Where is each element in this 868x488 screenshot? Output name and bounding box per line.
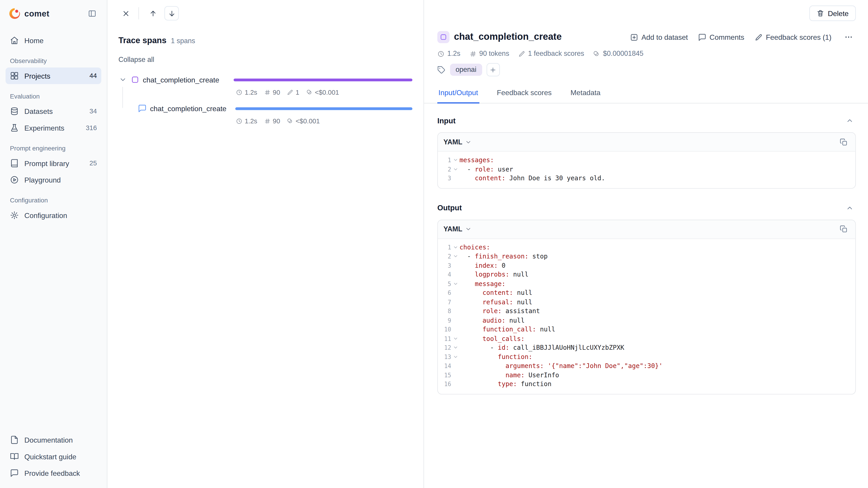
code-line: 16 type: function xyxy=(440,380,851,389)
input-section: Input YAML 1messages:2 - role: user3 con… xyxy=(437,115,856,188)
tag-list: openai xyxy=(450,64,482,76)
llm-span-icon xyxy=(437,31,450,43)
coins-icon xyxy=(306,89,313,96)
sidebar-item-home[interactable]: Home xyxy=(5,32,101,48)
meta-text: $0.00001845 xyxy=(603,50,644,57)
trash-icon xyxy=(817,9,825,17)
metric-text: <$0.001 xyxy=(296,117,320,125)
add-tag-button[interactable] xyxy=(487,63,500,76)
line-number: 3 xyxy=(440,175,451,182)
tab-feedback-scores[interactable]: Feedback scores xyxy=(496,83,553,103)
sidebar-item-prompt-library[interactable]: Prompt library25 xyxy=(5,155,101,171)
brand[interactable]: comet xyxy=(9,7,49,19)
fold-toggle-icon[interactable] xyxy=(451,157,460,163)
sidebar-footer-item-quickstart-guide[interactable]: Quickstart guide xyxy=(5,448,101,465)
fold-toggle-icon[interactable] xyxy=(451,354,460,359)
code-text: message: xyxy=(460,280,505,288)
code-text: messages: xyxy=(460,156,494,164)
span-duration-bar[interactable] xyxy=(234,78,412,81)
span-metric-coins: <$0.001 xyxy=(287,117,320,125)
code-line: 14 arguments: '{"name":"John Doe","age":… xyxy=(440,361,851,370)
span-duration-bar[interactable] xyxy=(235,107,412,110)
tab-input-output[interactable]: Input/Output xyxy=(437,83,479,103)
copy-output-button[interactable] xyxy=(837,223,850,235)
line-number: 6 xyxy=(440,289,451,296)
metric-text: 1 xyxy=(296,89,299,96)
feedback-scores-label: Feedback scores (1) xyxy=(766,33,831,41)
sidebar-item-count: 44 xyxy=(90,72,97,79)
line-number: 8 xyxy=(440,308,451,314)
code-text: content: John Doe is 30 years old. xyxy=(460,174,605,182)
sidebar-item-experiments[interactable]: Experiments316 xyxy=(5,120,101,136)
collapse-input-button[interactable] xyxy=(844,115,856,127)
code-text: function: xyxy=(460,353,532,361)
span-metric-hash: 90 xyxy=(264,89,280,96)
detail-body[interactable]: Input YAML 1messages:2 - role: user3 con… xyxy=(424,103,868,488)
collapse-output-button[interactable] xyxy=(844,202,856,214)
code-line: 7 refusal: null xyxy=(440,297,851,306)
line-number: 7 xyxy=(440,299,451,305)
hash-icon xyxy=(469,50,476,57)
code-text: tool_calls: xyxy=(460,335,525,342)
app-root: comet HomeObservabilityProjects44Evaluat… xyxy=(0,0,868,488)
line-number: 14 xyxy=(440,363,451,369)
fold-toggle-icon[interactable] xyxy=(451,245,460,250)
feedback-scores-button[interactable]: Feedback scores (1) xyxy=(754,33,832,41)
nav-group-label: Prompt engineering xyxy=(10,145,97,152)
span-metrics: 1.2s90<$0.001 xyxy=(236,116,412,127)
comet-logo-icon xyxy=(9,7,20,19)
close-button[interactable] xyxy=(119,6,133,21)
span-name-area: chat_completion_create xyxy=(119,104,234,113)
sidebar-header: comet xyxy=(5,0,101,27)
code-line: 13 function: xyxy=(440,352,851,361)
trace-detail-panel: Delete chat_completion_create Add to dat… xyxy=(424,0,868,488)
add-to-dataset-button[interactable]: Add to dataset xyxy=(630,33,688,41)
output-format-select[interactable]: YAML xyxy=(443,225,472,233)
fold-toggle-icon[interactable] xyxy=(451,345,460,350)
tag-chip[interactable]: openai xyxy=(450,64,482,76)
sidebar-item-label: Documentation xyxy=(24,436,73,444)
code-line: 1messages: xyxy=(440,156,851,164)
detail-toolbar: Delete xyxy=(424,0,868,27)
more-actions-button[interactable] xyxy=(841,30,856,44)
fold-toggle-icon[interactable] xyxy=(451,166,460,172)
sidebar-item-datasets[interactable]: Datasets34 xyxy=(5,103,101,120)
output-code-card-header: YAML xyxy=(438,220,855,238)
next-trace-button[interactable] xyxy=(164,6,179,21)
input-code: 1messages:2 - role: user3 content: John … xyxy=(438,152,855,188)
input-format-select[interactable]: YAML xyxy=(443,138,472,146)
sidebar-item-projects[interactable]: Projects44 xyxy=(5,68,101,84)
tab-metadata[interactable]: Metadata xyxy=(569,83,602,103)
line-number: 12 xyxy=(440,344,451,351)
span-row[interactable]: chat_completion_create xyxy=(119,101,412,116)
previous-trace-button[interactable] xyxy=(146,6,160,21)
fold-toggle-icon[interactable] xyxy=(451,254,460,259)
sidebar-footer-item-provide-feedback[interactable]: Provide feedback xyxy=(5,465,101,481)
nav-group-label: Configuration xyxy=(10,197,97,203)
fold-toggle-icon[interactable] xyxy=(451,281,460,286)
line-number: 2 xyxy=(440,253,451,260)
collapse-all-button[interactable]: Collapse all xyxy=(119,56,154,64)
fold-toggle-icon[interactable] xyxy=(451,336,460,341)
input-code-card-header: YAML xyxy=(438,133,855,152)
code-text: content: null xyxy=(460,289,532,297)
comments-button[interactable]: Comments xyxy=(698,33,744,41)
sidebar-item-count: 25 xyxy=(90,159,97,167)
sidebar-item-configuration[interactable]: Configuration xyxy=(5,207,101,223)
code-line: 9 audio: null xyxy=(440,316,851,325)
output-section: Output YAML 1choices:2 - finish_reason: … xyxy=(437,202,856,394)
comments-label: Comments xyxy=(710,33,744,41)
sidebar-footer-item-documentation[interactable]: Documentation xyxy=(5,431,101,448)
copy-input-button[interactable] xyxy=(837,136,850,148)
line-number: 1 xyxy=(440,244,451,250)
sidebar-item-playground[interactable]: Playground xyxy=(5,171,101,188)
sidebar-collapse-button[interactable] xyxy=(86,7,98,20)
book-icon xyxy=(10,452,19,461)
expand-caret-icon[interactable] xyxy=(119,75,127,84)
meta-text: 90 tokens xyxy=(479,50,509,57)
code-text: logprobs: null xyxy=(460,271,528,278)
sidebar-item-label: Prompt library xyxy=(24,159,69,167)
delete-button[interactable]: Delete xyxy=(809,5,856,21)
span-row[interactable]: chat_completion_create xyxy=(119,72,412,87)
metric-text: 1.2s xyxy=(245,89,257,96)
